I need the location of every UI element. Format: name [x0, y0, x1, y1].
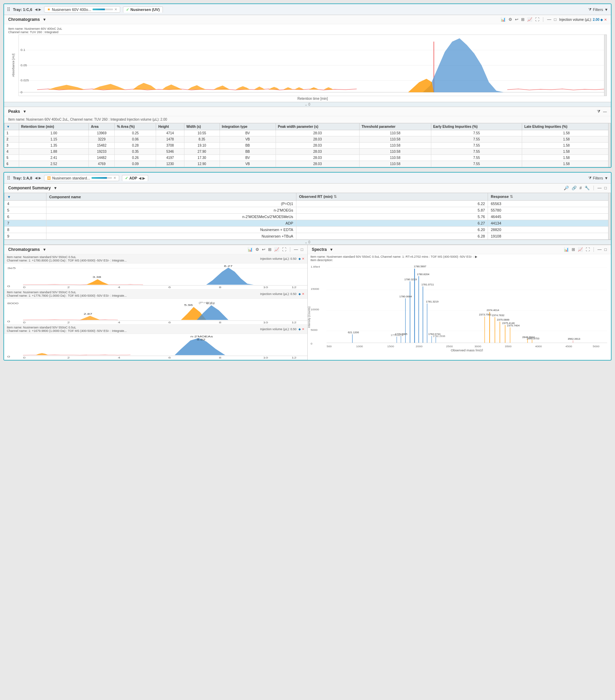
peaks-dropdown-arrow[interactable]: ▼ [23, 109, 27, 113]
mini-maximize[interactable]: □ [301, 247, 303, 252]
comp-col-sort[interactable]: ▼ [4, 193, 47, 201]
tab-nusinersen-60v[interactable]: ★ Nusinersen 60V 400o... ✕ [44, 6, 120, 13]
chart-type-icon[interactable]: 📈 [527, 17, 533, 22]
mini-bar-chart-icon[interactable]: 📊 [247, 247, 253, 252]
col-pct-area[interactable]: % Area (%) [115, 123, 156, 130]
mini-fullscreen-icon[interactable]: ⛶ [282, 247, 286, 252]
undo-icon[interactable]: ↩ [515, 17, 518, 22]
col-rt[interactable]: Retention time (min) [19, 123, 89, 130]
comp-row-response: 65563 [488, 201, 611, 207]
component-minimize[interactable]: — [598, 186, 602, 190]
col-area[interactable]: Area [89, 123, 115, 130]
comp-row-num: 8 [4, 227, 47, 233]
list-item[interactable]: 9 Nusinersen +TBuA 6.28 19108 [4, 233, 611, 240]
svg-text:4: 4 [118, 321, 120, 324]
tab-nusinersen-standard[interactable]: 🖼 Nusinersen standard... ✕ [44, 175, 119, 181]
table-scrollbar[interactable] [608, 123, 611, 167]
row-early: 7.55 [431, 161, 522, 167]
spectra-grid-icon[interactable]: ⊞ [572, 247, 575, 252]
inj-info-icon[interactable]: ◆ [600, 18, 603, 22]
mini-sep [290, 247, 290, 252]
svg-text:(P=O)1: (P=O)1 [199, 301, 213, 304]
svg-text:4500: 4500 [565, 345, 572, 348]
row-width: 17.30 [184, 155, 220, 161]
list-item[interactable]: 4 (P=O)1 6.22 65563 [4, 201, 611, 207]
svg-text:2374.4014: 2374.4014 [487, 309, 499, 312]
mini-chart-type-icon[interactable]: 📈 [274, 247, 279, 252]
list-item[interactable]: 6 n-2'MOE5MeCs/2'MOE5MeUs 5.76 46445 [4, 214, 611, 220]
mini-chart-3-content: 0 n-2'MOEAs 5.82 0 2 4 6 [4, 334, 307, 360]
component-tool-3[interactable]: # [579, 186, 582, 190]
svg-text:2500: 2500 [446, 345, 453, 348]
component-scrollbar[interactable] [608, 193, 611, 240]
maximize-icon[interactable]: □ [554, 17, 556, 22]
comp-col-name[interactable]: Component name [46, 193, 296, 201]
tab1-close[interactable]: ✕ [114, 8, 117, 11]
svg-marker-42 [80, 316, 100, 320]
row-threshold: 110.58 [359, 142, 431, 149]
mini-minimize[interactable]: — [294, 247, 298, 252]
list-item[interactable]: 8 Nusinersen + EDTA 6.20 28820 [4, 227, 611, 233]
row-width: 19.10 [184, 142, 220, 149]
mini-chrom-tools: 📊 ⚙ ↩ ⊞ 📈 ⛶ — □ [247, 247, 303, 252]
mini-close-1[interactable]: ✕ [302, 257, 305, 261]
bottom-tray-nav[interactable]: ◀ ▶ [35, 176, 41, 180]
col-height[interactable]: Height [156, 123, 184, 130]
component-tool-4[interactable]: 🔧 [585, 186, 590, 190]
col-int-type[interactable]: Integration type [220, 123, 276, 130]
svg-text:1780.3219: 1780.3219 [404, 278, 417, 281]
settings-icon[interactable]: ⚙ [509, 17, 512, 22]
mini-close-3[interactable]: ✕ [302, 327, 305, 331]
component-summary-arrow[interactable]: ▼ [54, 186, 57, 190]
minimize-icon[interactable]: — [547, 17, 551, 22]
mini-inj-2-icon[interactable]: ◆ [298, 292, 301, 296]
mini-settings-icon[interactable]: ⚙ [255, 247, 259, 252]
spectra-bar-icon[interactable]: 📊 [564, 247, 569, 252]
spectra-maximize[interactable]: □ [604, 247, 607, 252]
mini-undo-icon[interactable]: ↩ [262, 247, 265, 252]
expand-handle[interactable]: ⌄ 0 [4, 102, 611, 107]
col-peak-width[interactable]: Peak width parameter (s) [276, 123, 359, 130]
bottom-tab1-close[interactable]: ✕ [113, 176, 116, 180]
col-threshold[interactable]: Threshold parameter [359, 123, 431, 130]
component-tool-2[interactable]: 🔗 [572, 186, 577, 190]
col-late[interactable]: Late Eluting Impurities (%) [522, 123, 611, 130]
tray-nav[interactable]: ◀ ▶ [35, 8, 41, 11]
peaks-filter-icon[interactable]: ⧩ [597, 109, 600, 114]
list-item[interactable]: 5 n-2'MOEGs 5.87 55780 [4, 207, 611, 214]
bottom-expand-handle[interactable]: ⌄ 0 [4, 240, 611, 245]
list-item[interactable]: 7 ADP 6.27 44134 [4, 220, 611, 227]
filters-button[interactable]: ⧩ Filters ▼ [588, 7, 608, 12]
component-tool-1[interactable]: 🔎 [564, 186, 569, 190]
bottom-tab2-nav[interactable]: ◀ ▶ [139, 176, 145, 180]
mini-chart-2-content: 8000 0 2.87 5.96 6.22 ( [4, 299, 307, 324]
comp-col-rt[interactable]: Observed RT (min) ⇅ [296, 193, 488, 201]
tab-nusinersen-uv[interactable]: ✓ Nusinersen (UV) [123, 7, 163, 13]
mini-chrom-arrow[interactable]: ▼ [43, 248, 47, 252]
bottom-filters-button[interactable]: ⧩ Filters ▼ [588, 176, 608, 180]
spectra-chart-type[interactable]: 📈 [578, 247, 583, 252]
peaks-filter-dash[interactable]: — [603, 109, 607, 113]
grid-view-icon[interactable]: ⊞ [521, 17, 525, 22]
fullscreen-icon[interactable]: ⛶ [535, 17, 539, 22]
svg-text:0: 0 [7, 285, 10, 288]
mini-close-2[interactable]: ✕ [302, 292, 305, 296]
spectra-fullscreen[interactable]: ⛶ [586, 247, 590, 252]
bar-chart-icon[interactable]: 📊 [501, 17, 506, 22]
component-maximize[interactable]: □ [604, 186, 607, 190]
inj-close-icon[interactable]: ✕ [604, 18, 607, 22]
scrollbar[interactable] [604, 35, 607, 96]
svg-text:2375.7404: 2375.7404 [507, 324, 520, 327]
col-early[interactable]: Early Eluting Impurities (%) [431, 123, 522, 130]
comp-col-response[interactable]: Response ⇅ [488, 193, 611, 201]
col-width[interactable]: Width (s) [184, 123, 220, 130]
mini-grid-icon[interactable]: ⊞ [268, 247, 271, 252]
spectra-minimize[interactable]: — [598, 247, 602, 252]
mini-inj-3-icon[interactable]: ◆ [298, 327, 301, 331]
chromatograms-dropdown-arrow[interactable]: ▼ [43, 17, 47, 22]
col-sort[interactable]: ▼ [4, 123, 19, 130]
mini-inj-1-icon[interactable]: ◆ [298, 257, 301, 261]
svg-text:1780.8204: 1780.8204 [417, 273, 430, 276]
tab-adp[interactable]: ✓ ADP ◀ ▶ [122, 175, 148, 181]
spectra-arrow[interactable]: ▼ [330, 248, 333, 252]
